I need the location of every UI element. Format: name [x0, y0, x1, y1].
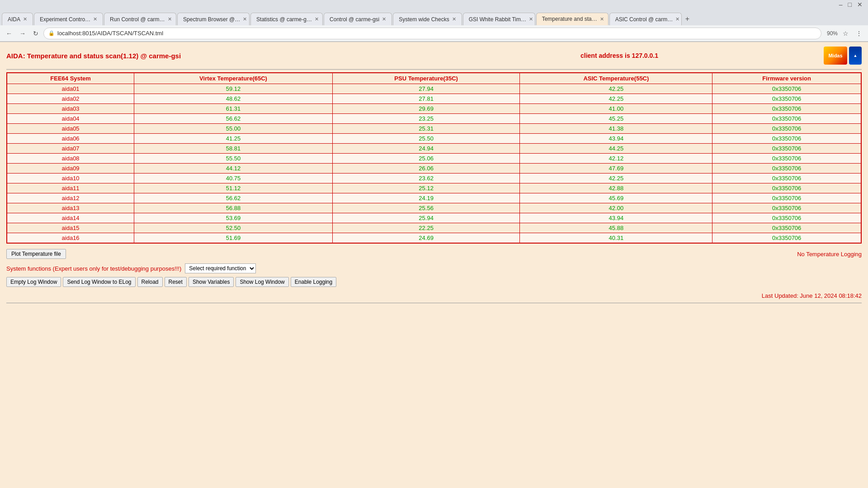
tab-aida[interactable]: AIDA ✕	[2, 13, 33, 25]
tab-control[interactable]: Control @ carme-gsi ✕	[324, 13, 392, 25]
tab-close-icon[interactable]: ✕	[382, 16, 386, 22]
secondary-logo: ▲	[849, 47, 862, 65]
function-select[interactable]: Select required function	[185, 263, 256, 273]
table-row: aida1453.6925.9443.940x3350706	[7, 213, 861, 223]
cell-value: 0x3350706	[712, 223, 861, 233]
menu-button[interactable]: ⋮	[854, 29, 864, 38]
cell-value: 40.31	[520, 233, 712, 244]
cell-value: 58.81	[134, 144, 333, 154]
cell-value: 59.12	[134, 84, 333, 94]
cell-value: 0x3350706	[712, 233, 861, 244]
nav-bar: ← → ↻ 🔒 localhost:8015/AIDA/TSCAN/TSCAN.…	[0, 25, 868, 42]
tab-close-icon[interactable]: ✕	[168, 16, 172, 22]
cell-value: 0x3350706	[712, 164, 861, 174]
bookmark-button[interactable]: ☆	[840, 29, 851, 38]
cell-value: 42.25	[520, 84, 712, 94]
cell-system-name: aida06	[7, 134, 134, 144]
tab-spectrum-browser[interactable]: Spectrum Browser @… ✕	[177, 13, 250, 25]
reload-button[interactable]: ↻	[31, 29, 41, 38]
tab-close-icon[interactable]: ✕	[452, 16, 456, 22]
back-button[interactable]: ←	[4, 29, 14, 38]
tab-statistics[interactable]: Statistics @ carme-g… ✕	[250, 13, 323, 25]
tab-bar: AIDA ✕ Experiment Contro… ✕ Run Control …	[0, 9, 868, 25]
cell-system-name: aida14	[7, 213, 134, 223]
cell-system-name: aida11	[7, 183, 134, 193]
show-variables-button[interactable]: Show Variables	[189, 277, 234, 287]
table-row: aida0555.0025.3141.380x3350706	[7, 124, 861, 134]
table-row: aida0456.6223.2545.250x3350706	[7, 114, 861, 124]
tab-gsi-white-rabbit[interactable]: GSI White Rabbit Tim… ✕	[463, 13, 535, 25]
cell-value: 23.25	[332, 114, 520, 124]
close-button[interactable]: ✕	[855, 1, 864, 8]
forward-button[interactable]: →	[17, 29, 28, 38]
tab-temperature-status[interactable]: Temperature and sta… ✕	[536, 13, 609, 25]
cell-value: 51.12	[134, 183, 333, 193]
cell-value: 0x3350706	[712, 84, 861, 94]
last-updated: Last Updated: June 12, 2024 08:18:42	[6, 292, 862, 299]
cell-value: 0x3350706	[712, 124, 861, 134]
send-log-button[interactable]: Send Log Window to ELog	[63, 277, 135, 287]
tab-close-icon[interactable]: ✕	[529, 16, 533, 22]
tab-close-icon[interactable]: ✕	[93, 16, 97, 22]
cell-value: 56.62	[134, 193, 333, 203]
cell-system-name: aida09	[7, 164, 134, 174]
table-row: aida1151.1225.1242.880x3350706	[7, 183, 861, 193]
cell-system-name: aida01	[7, 84, 134, 94]
system-functions-row: System functions (Expert users only for …	[6, 263, 862, 273]
cell-value: 42.00	[520, 203, 712, 213]
minimize-button[interactable]: –	[837, 1, 844, 8]
cell-value: 45.88	[520, 223, 712, 233]
tab-run-control[interactable]: Run Control @ carm… ✕	[104, 13, 176, 25]
url-text: localhost:8015/AIDA/TSCAN/TSCAN.tml	[57, 30, 163, 37]
cell-value: 55.00	[134, 124, 333, 134]
cell-value: 41.38	[520, 124, 712, 134]
tab-close-icon[interactable]: ✕	[23, 16, 27, 22]
tab-close-icon[interactable]: ✕	[600, 16, 604, 22]
cell-system-name: aida10	[7, 174, 134, 183]
cell-value: 52.50	[134, 223, 333, 233]
cell-value: 42.12	[520, 154, 712, 164]
cell-value: 53.69	[134, 213, 333, 223]
cell-value: 27.94	[332, 84, 520, 94]
cell-value: 43.94	[520, 213, 712, 223]
cell-value: 43.94	[520, 134, 712, 144]
page-header: AIDA: Temperature and status scan(1.12) …	[6, 47, 862, 65]
new-tab-button[interactable]: +	[683, 13, 692, 25]
cell-value: 25.94	[332, 213, 520, 223]
cell-value: 25.56	[332, 203, 520, 213]
cell-value: 55.50	[134, 154, 333, 164]
plot-temperature-button[interactable]: Plot Temperature file	[6, 249, 66, 259]
show-log-window-button[interactable]: Show Log Window	[236, 277, 288, 287]
cell-value: 0x3350706	[712, 174, 861, 183]
tab-close-icon[interactable]: ✕	[675, 16, 679, 22]
cell-system-name: aida15	[7, 223, 134, 233]
zoom-level: 90%	[827, 30, 838, 37]
cell-value: 44.25	[520, 144, 712, 154]
tab-asic-control[interactable]: ASIC Control @ carm… ✕	[609, 13, 682, 25]
table-row: aida1256.6224.1945.690x3350706	[7, 193, 861, 203]
table-row: aida0855.5025.0642.120x3350706	[7, 154, 861, 164]
reset-button[interactable]: Reset	[165, 277, 187, 287]
empty-log-button[interactable]: Empty Log Window	[6, 277, 61, 287]
maximize-button[interactable]: □	[846, 1, 854, 8]
tab-experiment-control[interactable]: Experiment Contro… ✕	[34, 13, 103, 25]
tab-close-icon[interactable]: ✕	[315, 16, 319, 22]
cell-value: 42.88	[520, 183, 712, 193]
cell-system-name: aida16	[7, 233, 134, 244]
cell-value: 0x3350706	[712, 193, 861, 203]
tab-system-wide-checks[interactable]: System wide Checks ✕	[393, 13, 462, 25]
reload-button[interactable]: Reload	[137, 277, 163, 287]
address-bar[interactable]: 🔒 localhost:8015/AIDA/TSCAN/TSCAN.tml	[43, 28, 821, 39]
cell-system-name: aida02	[7, 94, 134, 104]
table-row: aida0944.1226.0647.690x3350706	[7, 164, 861, 174]
enable-logging-button[interactable]: Enable Logging	[291, 277, 336, 287]
cell-system-name: aida04	[7, 114, 134, 124]
col-header-asic: ASIC Temperature(55C)	[520, 73, 712, 84]
system-functions-label: System functions (Expert users only for …	[6, 265, 181, 272]
cell-value: 56.62	[134, 114, 333, 124]
tab-close-icon[interactable]: ✕	[243, 16, 247, 22]
cell-value: 27.81	[332, 94, 520, 104]
cell-value: 40.75	[134, 174, 333, 183]
cell-value: 0x3350706	[712, 154, 861, 164]
cell-system-name: aida13	[7, 203, 134, 213]
